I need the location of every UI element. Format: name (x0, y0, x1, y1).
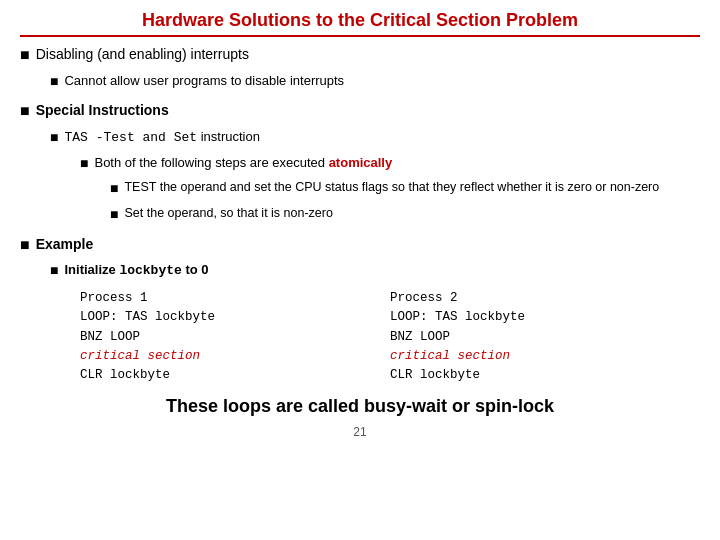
bullet-dot-1-1: ■ (50, 72, 58, 92)
col1-line5: CLR lockbyte (80, 366, 390, 385)
section3-init-item: ■ Initialize lockbyte to 0 (50, 261, 700, 281)
col1-line4: critical section (80, 347, 390, 366)
col2-line5: CLR lockbyte (390, 366, 700, 385)
section1-label: Disabling (and enabling) interrupts (36, 45, 249, 65)
atomic-word: atomically (329, 155, 393, 170)
section3-item: ■ Example (20, 235, 700, 256)
section1-item: ■ Disabling (and enabling) interrupts (20, 45, 700, 66)
col2-line3: BNZ LOOP (390, 328, 700, 347)
init-suffix: to 0 (182, 262, 209, 277)
tas-mono: TAS -Test and Set (64, 130, 197, 145)
page-number: 21 (20, 425, 700, 439)
bullet-dot-2-1-1-2: ■ (110, 205, 118, 225)
init-text: Initialize (64, 262, 119, 277)
atomic-text: Both of the following steps are executed (94, 155, 328, 170)
code-col-1: Process 1 LOOP: TAS lockbyte BNZ LOOP cr… (80, 289, 390, 386)
section2-label: Special Instructions (36, 101, 169, 121)
bullet-dot-2-1-1: ■ (80, 154, 88, 174)
section2-sub-text-1: TEST the operand and set the CPU status … (124, 179, 659, 197)
section2-sub-item-2: ■ Set the operand, so that it is non-zer… (110, 205, 700, 225)
section2-suffix: instruction (197, 129, 260, 144)
code-columns: Process 1 LOOP: TAS lockbyte BNZ LOOP cr… (80, 289, 700, 386)
section2-sub-item-1: ■ TEST the operand and set the CPU statu… (110, 179, 700, 199)
footer-text: These loops are called busy-wait or spin… (20, 396, 700, 417)
page-title: Hardware Solutions to the Critical Secti… (20, 10, 700, 37)
section2-atomic-item: ■ Both of the following steps are execut… (80, 154, 700, 174)
section2-sub-label: TAS -Test and Set instruction (64, 128, 260, 147)
bullet-dot-2-1: ■ (50, 128, 58, 148)
init-mono: lockbyte (119, 263, 181, 278)
col2-line1: Process 2 (390, 289, 700, 308)
section1-sub-label: Cannot allow user programs to disable in… (64, 72, 344, 90)
col2-line4: critical section (390, 347, 700, 366)
bullet-dot-1: ■ (20, 45, 30, 66)
col1-line3: BNZ LOOP (80, 328, 390, 347)
section2-item: ■ Special Instructions (20, 101, 700, 122)
bullet-dot-3: ■ (20, 235, 30, 256)
section2-atomic-label: Both of the following steps are executed… (94, 154, 392, 172)
col1-line2: LOOP: TAS lockbyte (80, 308, 390, 327)
bullet-dot-2: ■ (20, 101, 30, 122)
section2-sub-item: ■ TAS -Test and Set instruction (50, 128, 700, 148)
bullet-dot-2-1-1-1: ■ (110, 179, 118, 199)
section1-sub-item: ■ Cannot allow user programs to disable … (50, 72, 700, 92)
bullet-dot-3-1: ■ (50, 261, 58, 281)
col2-line2: LOOP: TAS lockbyte (390, 308, 700, 327)
section3-init-label: Initialize lockbyte to 0 (64, 261, 208, 280)
col1-line1: Process 1 (80, 289, 390, 308)
section2-sub-text-2: Set the operand, so that it is non-zero (124, 205, 332, 223)
code-col-2: Process 2 LOOP: TAS lockbyte BNZ LOOP cr… (390, 289, 700, 386)
section3-label: Example (36, 235, 94, 255)
